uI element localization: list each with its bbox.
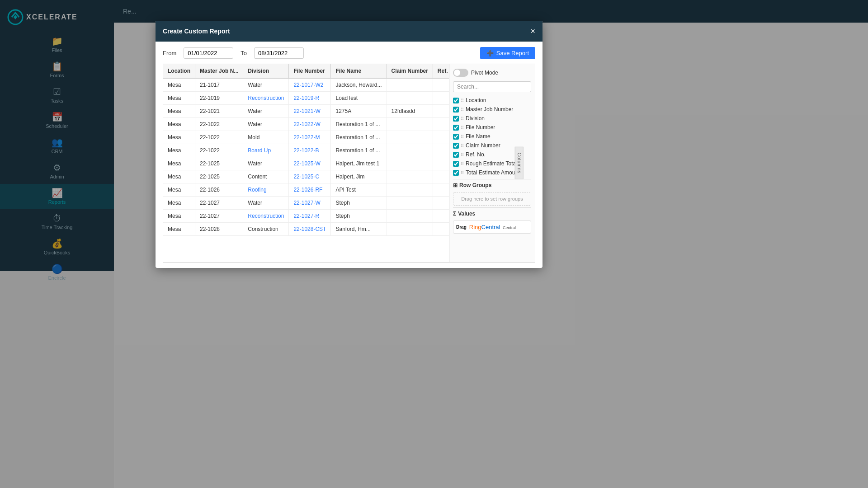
- table-row: Mesa 22-1027 Reconstruction 22-1027-R St…: [163, 210, 449, 223]
- table-row: Mesa 22-1028 Construction 22-1028-CST Sa…: [163, 223, 449, 236]
- ring-central-banner: Drag RingCentral Central: [453, 221, 531, 234]
- columns-tab-label: Columns: [516, 153, 521, 174]
- column-name-label: Rough Estimate Total: [466, 160, 517, 167]
- cell-location: Mesa: [163, 170, 195, 183]
- cell-claim-number: [387, 223, 433, 236]
- cell-ref-no: [433, 92, 449, 105]
- cell-claim-number: [387, 131, 433, 144]
- cell-ref-no: [433, 210, 449, 223]
- drag-handle-icon: ⠿: [461, 170, 464, 175]
- from-date-input[interactable]: [184, 47, 233, 59]
- col-file-number: File Number: [289, 64, 331, 78]
- cell-master-job: 22-1022: [195, 118, 243, 131]
- col-location: Location: [163, 64, 195, 78]
- cell-ref-no: [433, 223, 449, 236]
- column-checkbox[interactable]: [453, 134, 459, 140]
- values-drag-text: Drag: [456, 225, 467, 230]
- columns-tab[interactable]: Columns: [514, 147, 523, 179]
- cell-claim-number: 12fdfasdd: [387, 105, 433, 118]
- column-checkbox[interactable]: [453, 107, 459, 113]
- cell-file-number[interactable]: 22-1017-W2: [289, 78, 331, 92]
- cell-master-job: 22-1025: [195, 170, 243, 183]
- table-row: Mesa 22-1025 Water 22-1025-W Halpert, Ji…: [163, 157, 449, 170]
- cell-file-number[interactable]: 22-1022-M: [289, 131, 331, 144]
- drag-handle-icon: ⠿: [461, 125, 464, 130]
- cell-claim-number: [387, 92, 433, 105]
- column-item[interactable]: ⠿ File Name: [453, 132, 531, 141]
- table-container: Location Master Job N... Division File N…: [163, 64, 535, 263]
- right-panel: Pivot Mode ⠿ Location ⠿ Master Job Numbe…: [449, 64, 535, 263]
- cell-ref-no: [433, 170, 449, 183]
- column-item[interactable]: ⠿ Location: [453, 96, 531, 105]
- column-item[interactable]: ⠿ File Number: [453, 123, 531, 132]
- cell-file-number[interactable]: 22-1028-CST: [289, 223, 331, 236]
- cell-division[interactable]: Reconstruction: [243, 210, 289, 223]
- column-item[interactable]: ⠿ Division: [453, 114, 531, 123]
- col-ref-no: Ref. No: [433, 64, 449, 78]
- row-groups-label: Row Groups: [459, 182, 491, 188]
- cell-claim-number: [387, 183, 433, 197]
- save-icon: ➕: [486, 50, 494, 56]
- dialog-title: Create Custom Report: [163, 28, 230, 35]
- cell-file-number[interactable]: 22-1025-C: [289, 170, 331, 183]
- cell-file-number[interactable]: 22-1021-W: [289, 105, 331, 118]
- column-checkbox[interactable]: [453, 170, 459, 176]
- cell-file-name: Steph: [331, 210, 387, 223]
- cell-ref-no: [433, 157, 449, 170]
- cell-location: Mesa: [163, 157, 195, 170]
- drag-handle-icon: ⠿: [461, 116, 464, 121]
- cell-division: Water: [243, 105, 289, 118]
- column-checkbox[interactable]: [453, 161, 459, 167]
- cell-file-number[interactable]: 22-1027-R: [289, 210, 331, 223]
- save-report-button[interactable]: ➕ Save Report: [480, 47, 535, 59]
- cell-file-number[interactable]: 22-1022-W: [289, 118, 331, 131]
- row-groups-header: ⊞ Row Groups: [453, 179, 531, 190]
- table-header-row: Location Master Job N... Division File N…: [163, 64, 449, 78]
- cell-location: Mesa: [163, 197, 195, 210]
- cell-file-number[interactable]: 22-1019-R: [289, 92, 331, 105]
- column-item[interactable]: ⠿ Master Job Number: [453, 105, 531, 114]
- cell-claim-number: [387, 197, 433, 210]
- cell-division[interactable]: Reconstruction: [243, 92, 289, 105]
- drag-handle-icon: ⠿: [461, 161, 464, 166]
- row-groups-icon: ⊞: [453, 182, 458, 188]
- from-label: From: [163, 50, 176, 56]
- cell-file-name: Jackson, Howard...: [331, 78, 387, 92]
- table-row: Mesa 22-1025 Content 22-1025-C Halpert, …: [163, 170, 449, 183]
- column-name-label: File Name: [466, 133, 491, 140]
- cell-division: Water: [243, 118, 289, 131]
- pivot-toggle[interactable]: [453, 69, 468, 77]
- column-checkbox[interactable]: [453, 116, 459, 122]
- to-label: To: [241, 50, 247, 56]
- column-checkbox[interactable]: [453, 143, 459, 149]
- close-button[interactable]: ×: [530, 27, 535, 35]
- cell-location: Mesa: [163, 118, 195, 131]
- cell-file-name: Steph: [331, 197, 387, 210]
- data-table-wrapper[interactable]: Location Master Job N... Division File N…: [163, 64, 449, 263]
- drag-handle-icon: ⠿: [461, 107, 464, 112]
- cell-master-job: 22-1022: [195, 144, 243, 157]
- column-checkbox[interactable]: [453, 125, 459, 131]
- columns-search-input[interactable]: [453, 81, 531, 92]
- cell-file-number[interactable]: 22-1022-B: [289, 144, 331, 157]
- rc-suffix: Central: [503, 225, 516, 230]
- cell-file-number[interactable]: 22-1026-RF: [289, 183, 331, 197]
- cell-division: Mold: [243, 131, 289, 144]
- to-date-input[interactable]: [254, 47, 304, 59]
- date-row: From To ➕ Save Report: [163, 47, 535, 59]
- row-groups-drop-zone[interactable]: Drag here to set row groups: [453, 192, 531, 206]
- dialog-body: From To ➕ Save Report Location Master Jo…: [156, 42, 542, 268]
- column-name-label: Total Estimate Amount: [466, 169, 519, 176]
- cell-division[interactable]: Board Up: [243, 144, 289, 157]
- cell-ref-no: [433, 131, 449, 144]
- col-file-name: File Name: [331, 64, 387, 78]
- cell-file-number[interactable]: 22-1027-W: [289, 197, 331, 210]
- cell-master-job: 22-1027: [195, 210, 243, 223]
- column-checkbox[interactable]: [453, 152, 459, 158]
- cell-division[interactable]: Roofing: [243, 183, 289, 197]
- column-checkbox[interactable]: [453, 98, 459, 103]
- table-row: Mesa 22-1022 Water 22-1022-W Restoration…: [163, 118, 449, 131]
- data-table: Location Master Job N... Division File N…: [163, 64, 449, 236]
- cell-file-number[interactable]: 22-1025-W: [289, 157, 331, 170]
- table-row: Mesa 22-1021 Water 22-1021-W 1275A 12fdf…: [163, 105, 449, 118]
